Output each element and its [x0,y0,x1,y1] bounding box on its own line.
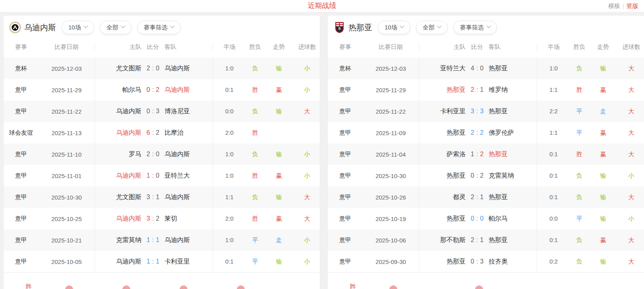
home-score: 3 [471,108,474,115]
table-row[interactable]: 意甲 2025-10-06 那不勒斯 2:1 热那亚 0:1 负 赢 大 [328,229,644,251]
half-time-score: 2:2 [537,101,570,122]
goals-cell: 小 [294,65,321,72]
table-row[interactable]: 意甲 2025-10-26 都灵 2:1 热那亚 0:1 负 输 大 [328,186,644,208]
table-row[interactable]: 意甲 2025-10-30 尤文图斯 3:1 乌迪内斯 1:1 负 输 大 [4,186,320,208]
table-row[interactable]: 球会友谊 2025-11-13 乌迪内斯 6:2 比摩治 2:0 胜 [4,122,320,144]
date-cell: 2025-11-10 [39,151,95,158]
away-team: 热那亚 [489,150,537,159]
home-team: 卡利亚里 [419,101,466,122]
trend-cell: 赢 [264,215,294,223]
date-cell: 2025-11-01 [39,173,95,179]
home-team: 都灵 [419,186,466,208]
date-cell: 2025-11-13 [39,130,95,136]
result-cell: 负 [246,194,264,201]
league-cell: 球会友谊 [4,129,39,137]
date-cell: 2025-12-03 [39,65,95,72]
view-horizontal-link[interactable]: 横板 [608,2,620,10]
away-score: 0 [156,65,159,72]
league-cell: 意甲 [4,215,39,223]
home-score: 2 [147,65,150,72]
chevron-down-icon [400,23,404,28]
goals-cell: 大 [618,86,644,94]
chevron-down-icon [486,23,491,28]
trend-win-dot [237,285,245,289]
goals-cell: 大 [618,258,644,266]
trend-cell: 输 [588,215,618,223]
league-cell: 意甲 [328,215,363,223]
trend-win-dot [475,285,483,289]
table-row[interactable]: 意甲 2025-10-30 热那亚 0:2 克雷莫纳 0:1 负 输 小 [328,165,644,186]
table-row[interactable]: 意甲 2025-11-29 帕尔马 0:2 乌迪内斯 0:1 胜 赢 小 [4,79,320,101]
away-score: 0 [156,151,159,158]
match-count-dropdown[interactable]: 10场 [378,21,410,34]
half-time-score: 0:1 [537,144,570,165]
league-cell: 意甲 [4,258,39,266]
trend-win-dot [122,285,130,289]
away-score: 1 [480,194,483,201]
result-cell: 负 [570,194,588,201]
event-filter-dropdown[interactable]: 赛事筛选 [453,21,497,34]
table-row[interactable]: 意甲 2025-10-21 克雷莫纳 1:1 乌迪内斯 1:0 平 走 小 [4,229,320,251]
home-score: 0 [471,172,474,179]
table-row[interactable]: 意甲 2025-10-19 热那亚 0:0 帕尔马 0:0 平 输 小 [328,208,644,229]
goals-cell: 小 [618,215,644,223]
league-cell: 意甲 [4,151,39,158]
date-cell: 2025-10-30 [39,194,95,201]
venue-filter-label: 全部 [423,24,435,31]
match-count-dropdown[interactable]: 10场 [62,21,94,34]
table-row[interactable]: 意甲 2025-10-25 乌迪内斯 3:2 莱切 2:0 胜 赢 大 [4,208,320,229]
table-row[interactable]: 意甲 2025-10-05 乌迪内斯 1:1 卡利亚里 0:1 平 输 小 [4,251,320,272]
home-team: 乌迪内斯 [95,208,141,229]
away-team: 乌迪内斯 [164,64,213,73]
event-filter-dropdown[interactable]: 赛事筛选 [137,21,181,34]
away-team: 乌迪内斯 [164,86,213,94]
home-team: 热那亚 [419,251,466,272]
goals-cell: 小 [294,86,321,94]
trend-cell: 赢 [588,151,618,158]
home-team: 那不勒斯 [419,229,466,251]
table-row[interactable]: 意甲 2025-11-09 热那亚 2:2 佛罗伦萨 1:1 平 赢 大 [328,122,644,144]
table-row[interactable]: 意甲 2025-11-22 乌迪内斯 0:3 博洛尼亚 0:0 负 输 大 [4,101,320,122]
away-score: 3 [480,258,483,265]
away-team: 卡利亚里 [164,258,213,266]
table-row[interactable]: 意杯 2025-12-03 亚特兰大 4:0 热那亚 1:0 负 输 大 [328,58,644,79]
home-score: 4 [471,65,474,72]
venue-filter-dropdown[interactable]: 全部 [416,21,448,34]
table-row[interactable]: 意杯 2025-12-03 尤文图斯 2:0 乌迪内斯 1:0 负 输 小 [4,58,320,79]
table-row[interactable]: 意甲 2025-11-10 罗马 2:0 乌迪内斯 1:0 负 输 小 [4,144,320,165]
table-header-row: 赛事 比赛日期 主队 比分 客队 半场 胜负 走势 进球数 [4,36,320,58]
table-header-row: 赛事 比赛日期 主队 比分 客队 半场 胜负 走势 进球数 [328,36,644,58]
table-row[interactable]: 意甲 2025-11-22 卡利亚里 3:3 热那亚 2:2 平 走 大 [328,101,644,122]
col-header-half: 半场 [537,43,570,51]
score-cell: 0:2 [466,172,489,179]
table-row[interactable]: 意甲 2025-11-29 热那亚 2:1 维罗纳 1:1 胜 赢 大 [328,79,644,101]
col-header-score: 比分 [466,43,489,51]
home-score: 6 [147,129,150,136]
home-score: 3 [147,194,150,201]
venue-filter-dropdown[interactable]: 全部 [100,21,132,34]
date-cell: 2025-10-21 [39,237,95,244]
score-separator: : [476,151,478,158]
date-cell: 2025-10-30 [363,173,419,179]
trend-win-dot [389,285,397,289]
table-row[interactable]: 意甲 2025-11-04 萨索洛 1:2 热那亚 0:1 胜 赢 大 [328,144,644,165]
trend-cell: 赢 [588,86,618,94]
trend-cell: 输 [588,258,618,266]
trend-cell: 输 [264,258,294,266]
trend-cell: 走 [588,108,618,115]
view-vertical-link[interactable]: 竖版 [627,2,638,10]
half-time-score: 0:1 [537,165,570,186]
trend-section: 胜 [328,272,644,289]
trend-cell: 赢 [588,129,618,137]
table-row[interactable]: 意甲 2025-11-01 乌迪内斯 1:0 亚特兰大 1:0 胜 赢 小 [4,165,320,186]
result-cell: 平 [570,129,588,137]
table-row[interactable]: 意甲 2025-09-30 热那亚 0:3 拉齐奥 0:2 负 输 大 [328,251,644,272]
score-cell: 2:2 [466,129,489,136]
league-cell: 意甲 [328,151,363,158]
col-header-trend: 走势 [264,43,294,51]
away-score: 0 [480,65,483,72]
score-separator: : [152,151,154,158]
home-team: 乌迪内斯 [95,251,141,272]
half-time-score: 1:0 [537,58,570,79]
away-team: 乌迪内斯 [164,193,213,202]
